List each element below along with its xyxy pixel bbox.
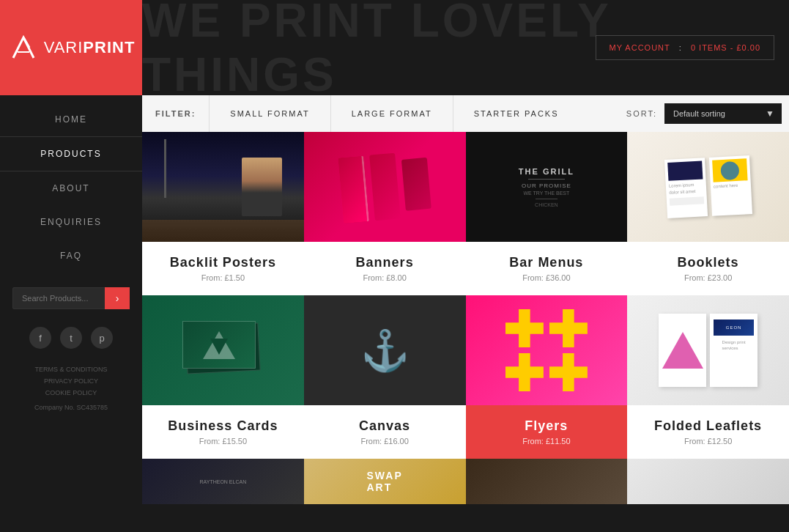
product-image-flyers <box>466 295 628 405</box>
footer-links: TERMS & CONDITIONS PRIVACY POLICY COOKIE… <box>34 363 107 399</box>
search-button[interactable]: › <box>105 287 130 309</box>
product-image-bar-menus: THE GRILL OUR PROMISE WE TRY THE BEST CH… <box>466 132 628 242</box>
product-name: Booklets <box>639 255 777 270</box>
product-card-banners[interactable]: variprint.co.uk Banners From: £8.00 <box>304 132 466 295</box>
product-price: From: £36.00 <box>478 273 616 282</box>
product-image-booklets: Lorem ipsum dolor sit amet content here <box>627 132 789 242</box>
product-info-flyers: Flyers From: £11.50 <box>466 405 628 459</box>
product-grid: Backlit Posters From: £1.50 variprint.co… <box>142 132 789 459</box>
company-number: Company No. SC435785 <box>34 404 108 411</box>
sort-select[interactable]: Default sorting Price: low to high Price… <box>664 103 782 124</box>
sort-wrapper: Default sorting Price: low to high Price… <box>664 103 782 124</box>
account-label: MY ACCOUNT <box>610 43 670 52</box>
sidebar-item-about[interactable]: ABOUT <box>0 171 142 205</box>
product-image-business-cards <box>142 295 304 405</box>
main-content: WE PRINT LOVELY THINGS MY ACCOUNT : 0 IT… <box>142 0 789 532</box>
product-name: Bar Menus <box>478 255 616 270</box>
grill-art: THE GRILL OUR PROMISE WE TRY THE BEST CH… <box>466 132 628 242</box>
product-info-folded-leaflets: Folded Leaflets From: £12.50 <box>627 405 789 459</box>
cookie-link[interactable]: COOKIE POLICY <box>45 389 97 396</box>
product-price: From: £23.00 <box>639 273 777 282</box>
partial-card-4[interactable] <box>627 459 789 504</box>
privacy-link[interactable]: PRIVACY POLICY <box>44 377 98 385</box>
product-info-canvas: Canvas From: £16.00 <box>304 405 466 459</box>
product-name: Canvas <box>316 418 454 434</box>
product-card-booklets[interactable]: Lorem ipsum dolor sit amet content here … <box>627 132 789 295</box>
logo-print: PRINT <box>83 38 135 56</box>
biz-card-art <box>142 295 304 405</box>
product-name: Business Cards <box>154 418 292 434</box>
logo-icon <box>7 32 40 64</box>
pinterest-icon[interactable]: p <box>91 327 113 349</box>
product-image-backlit-posters <box>142 132 304 242</box>
sidebar: VARIPRINT HOME PRODUCTS ABOUT ENQUIRIES … <box>0 0 142 532</box>
account-button[interactable]: MY ACCOUNT : 0 ITEMS - £0.00 <box>596 35 774 60</box>
sidebar-item-home[interactable]: HOME <box>0 103 142 136</box>
product-image-canvas: ⚓ <box>304 295 466 405</box>
product-name: Banners <box>316 255 454 270</box>
product-price: From: £8.00 <box>316 273 454 282</box>
terms-link[interactable]: TERMS & CONDITIONS <box>34 366 107 373</box>
partial-card-3[interactable] <box>466 459 628 504</box>
folded-art: GEON Design printservices <box>627 295 789 405</box>
product-card-bar-menus[interactable]: THE GRILL OUR PROMISE WE TRY THE BEST CH… <box>466 132 628 295</box>
header: WE PRINT LOVELY THINGS MY ACCOUNT : 0 IT… <box>142 0 789 95</box>
product-info-business-cards: Business Cards From: £15.50 <box>142 405 304 459</box>
product-price: From: £1.50 <box>154 273 292 282</box>
bottom-partial-row: RAYTHEON ELCAN SWAPART <box>142 459 789 504</box>
product-card-folded-leaflets[interactable]: GEON Design printservices Folded Leaflet… <box>627 295 789 459</box>
product-price: From: £16.00 <box>316 437 454 446</box>
facebook-icon[interactable]: f <box>29 327 51 349</box>
product-card-canvas[interactable]: ⚓ Canvas From: £16.00 <box>304 295 466 459</box>
person-card <box>242 158 282 216</box>
canvas-art: ⚓ <box>304 295 466 405</box>
sort-area: SORT: Default sorting Price: low to high… <box>626 103 789 124</box>
partial-card-1[interactable]: RAYTHEON ELCAN <box>142 459 304 504</box>
large-format-filter[interactable]: LARGE FORMAT <box>330 95 453 132</box>
sidebar-item-enquiries[interactable]: ENQUIRIES <box>0 205 142 239</box>
product-card-business-cards[interactable]: Business Cards From: £15.50 <box>142 295 304 459</box>
starter-packs-filter[interactable]: STARTER PACKS <box>453 95 579 132</box>
sort-label: SORT: <box>626 109 657 118</box>
account-items: 0 ITEMS - £0.00 <box>691 43 760 52</box>
twitter-icon[interactable]: t <box>60 327 82 349</box>
product-price: From: £11.50 <box>478 437 616 446</box>
sidebar-item-products[interactable]: PRODUCTS <box>0 136 142 171</box>
logo-area: VARIPRINT <box>0 0 142 95</box>
product-info-backlit-posters: Backlit Posters From: £1.50 <box>142 242 304 295</box>
sidebar-nav: HOME PRODUCTS ABOUT ENQUIRIES FAQ <box>0 103 142 273</box>
product-name: Flyers <box>478 418 616 434</box>
street-art <box>142 132 304 242</box>
product-name: Backlit Posters <box>154 255 292 270</box>
logo-text: VARIPRINT <box>44 38 136 57</box>
product-info-bar-menus: Bar Menus From: £36.00 <box>466 242 628 295</box>
search-area: › <box>12 287 130 309</box>
social-icons: f t p <box>29 327 113 349</box>
logo-vari: VARI <box>44 38 84 56</box>
product-price: From: £12.50 <box>639 437 777 446</box>
filter-label: FILTER: <box>142 109 209 118</box>
product-info-booklets: Booklets From: £23.00 <box>627 242 789 295</box>
product-card-flyers[interactable]: Flyers From: £11.50 <box>466 295 628 459</box>
product-price: From: £15.50 <box>154 437 292 446</box>
red-cans-art: variprint.co.uk <box>304 132 466 242</box>
sidebar-item-faq[interactable]: FAQ <box>0 239 142 273</box>
filter-bar: FILTER: SMALL FORMAT LARGE FORMAT STARTE… <box>142 95 789 132</box>
product-card-backlit-posters[interactable]: Backlit Posters From: £1.50 <box>142 132 304 295</box>
flyers-art <box>466 295 628 405</box>
partial-card-2[interactable]: SWAPART <box>304 459 466 504</box>
small-format-filter[interactable]: SMALL FORMAT <box>209 95 330 132</box>
magazine-art: Lorem ipsum dolor sit amet content here <box>627 132 789 242</box>
product-image-folded-leaflets: GEON Design printservices <box>627 295 789 405</box>
product-name: Folded Leaflets <box>639 418 777 434</box>
product-image-banners: variprint.co.uk <box>304 132 466 242</box>
street-light <box>164 139 166 198</box>
